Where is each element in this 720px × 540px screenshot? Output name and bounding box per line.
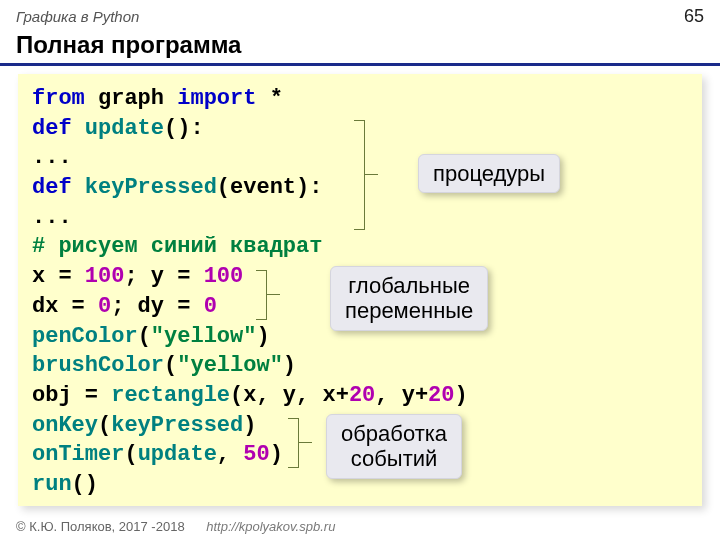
bracket-events (288, 418, 299, 468)
page-number: 65 (684, 6, 704, 27)
footer: © К.Ю. Поляков, 2017 -2018 http://kpolya… (16, 519, 335, 534)
code-line-10: brushColor("yellow") (32, 351, 688, 381)
footer-url: http://kpolyakov.spb.ru (206, 519, 335, 534)
bracket-globals (256, 270, 267, 320)
slide-header: Графика в Python 65 (0, 0, 720, 29)
callout-globals: глобальные переменные (330, 266, 488, 331)
bracket-procedures (354, 120, 365, 230)
code-block: from graph import * def update(): ... de… (18, 74, 702, 506)
bracket-tick-1 (364, 174, 378, 175)
callout-events: обработка событий (326, 414, 462, 479)
copyright: © К.Ю. Поляков, 2017 -2018 (16, 519, 185, 534)
code-line-1: from graph import * (32, 84, 688, 114)
bracket-tick-2 (266, 294, 280, 295)
callout-procedures: процедуры (418, 154, 560, 193)
topic-label: Графика в Python (16, 8, 139, 25)
slide-title: Полная программа (0, 29, 720, 66)
code-line-6: # рисуем синий квадрат (32, 232, 688, 262)
bracket-tick-3 (298, 442, 312, 443)
code-line-11: obj = rectangle(x, y, x+20, y+20) (32, 381, 688, 411)
